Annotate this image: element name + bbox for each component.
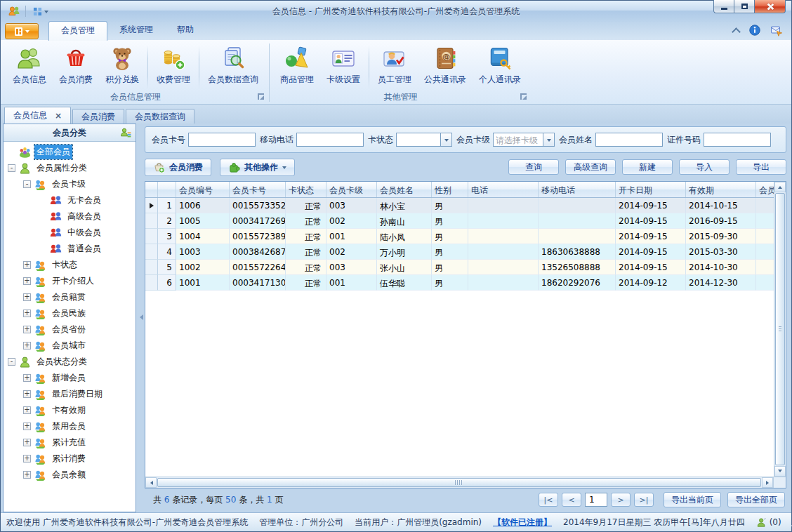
table-row-1[interactable]: 110060015573352正常003林小宝男2014-09-152014-1…: [145, 198, 774, 213]
new-button[interactable]: 新建: [622, 159, 673, 175]
table-row-4[interactable]: 410030003842687正常002万小明男186306388882014-…: [145, 244, 774, 260]
export-all-pages-button[interactable]: 导出全部页: [727, 492, 785, 507]
tree-expander-icon[interactable]: +: [23, 277, 31, 285]
dialog-launcher-icon[interactable]: [520, 93, 527, 100]
tree-expander-icon[interactable]: +: [23, 342, 31, 350]
ribbon-tab-1[interactable]: 系统管理: [107, 21, 165, 40]
vertical-scrollbar[interactable]: [774, 182, 786, 477]
member-consume-button[interactable]: 会员消费: [145, 159, 211, 176]
tree-expander-icon[interactable]: -: [23, 180, 31, 188]
column-header-0[interactable]: 会员编号: [176, 182, 230, 197]
document-tab-0[interactable]: 会员信息×: [4, 107, 71, 124]
horizontal-scroll-thumb[interactable]: [157, 478, 761, 487]
tree-expander-icon[interactable]: +: [23, 293, 31, 301]
dialog-launcher-icon[interactable]: [258, 93, 264, 100]
document-tab-1[interactable]: 会员消费: [72, 109, 124, 124]
tree-item-1[interactable]: -会员属性分类: [4, 160, 136, 176]
column-header-8[interactable]: 开卡日期: [616, 182, 686, 197]
maximize-button[interactable]: [734, 0, 754, 13]
sidebar-splitter[interactable]: [136, 124, 141, 512]
ribbon-button-basket[interactable]: 会员消费: [53, 44, 99, 87]
tree-item-13[interactable]: -会员状态分类: [4, 354, 136, 370]
info-icon[interactable]: [749, 25, 760, 36]
tree-item-19[interactable]: +累计消费: [4, 451, 136, 467]
minimize-button[interactable]: [713, 0, 734, 13]
ribbon-button-public-contacts[interactable]: @公共通讯录: [418, 44, 473, 87]
query-button[interactable]: 查询: [508, 159, 559, 175]
scroll-down-button[interactable]: [774, 466, 786, 477]
tree-item-4[interactable]: 高级会员: [4, 208, 136, 225]
ribbon-button-personal-contacts[interactable]: 个人通讯录: [473, 44, 527, 87]
column-header-2[interactable]: 卡状态: [286, 182, 326, 197]
tree-expander-icon[interactable]: +: [23, 326, 31, 333]
quick-access-layout-button[interactable]: [31, 6, 51, 18]
tree-expander-icon[interactable]: -: [8, 358, 15, 366]
next-page-button[interactable]: >: [611, 493, 631, 507]
tree-item-17[interactable]: +禁用会员: [4, 418, 136, 434]
table-row-2[interactable]: 210050003417269正常002孙南山男2014-09-152016-0…: [145, 213, 774, 229]
column-header-4[interactable]: 会员姓名: [377, 182, 432, 197]
dropdown-button[interactable]: [440, 133, 451, 146]
ribbon-tab-0[interactable]: 会员管理: [48, 21, 107, 41]
tree-item-11[interactable]: +会员省份: [4, 321, 136, 338]
column-header-3[interactable]: 会员卡级: [326, 182, 377, 197]
column-header-7[interactable]: 移动电话: [539, 182, 616, 197]
filter-input-5[interactable]: [704, 133, 771, 147]
scroll-up-button[interactable]: [774, 182, 786, 192]
import-button[interactable]: 导入: [679, 159, 730, 175]
collapse-ribbon-icon[interactable]: [732, 27, 741, 36]
tree-expander-icon[interactable]: +: [23, 406, 31, 414]
ribbon-button-shapes[interactable]: 商品管理: [274, 44, 320, 87]
registered-link[interactable]: 【软件已注册】: [493, 517, 552, 528]
export-current-page-button[interactable]: 导出当前页: [664, 492, 721, 507]
scroll-right-button[interactable]: [762, 477, 773, 488]
other-operations-button[interactable]: 其他操作: [220, 159, 295, 176]
table-row-3[interactable]: 310040015572389正常001陆小凤男2014-09-152015-0…: [145, 229, 774, 244]
last-page-button[interactable]: >|: [634, 493, 654, 507]
ribbon-button-card-level[interactable]: 卡级设置: [320, 44, 367, 87]
tree-item-10[interactable]: +会员民族: [4, 305, 136, 321]
send-mail-icon[interactable]: [770, 24, 783, 36]
tree-item-8[interactable]: +开卡介绍人: [4, 273, 136, 289]
tree-item-16[interactable]: +卡有效期: [4, 402, 136, 418]
app-menu-button[interactable]: [5, 23, 39, 39]
tree-item-7[interactable]: +卡状态: [4, 257, 136, 273]
scroll-left-button[interactable]: [145, 477, 157, 488]
tree-item-15[interactable]: +最后消费日期: [4, 386, 136, 402]
advanced-query-button[interactable]: 高级查询: [565, 159, 616, 175]
filter-input-1[interactable]: [296, 133, 364, 147]
first-page-button[interactable]: |<: [539, 493, 558, 507]
ribbon-button-coins[interactable]: 收费管理: [150, 44, 197, 87]
document-tab-2[interactable]: 会员数据查询: [126, 109, 194, 124]
tree-item-12[interactable]: +会员城市: [4, 338, 136, 354]
dropdown-button[interactable]: [543, 133, 554, 146]
ribbon-button-employee[interactable]: 员工管理: [371, 44, 418, 87]
tree-expander-icon[interactable]: +: [23, 455, 31, 463]
close-button[interactable]: [754, 0, 786, 13]
filter-input-0[interactable]: [188, 133, 256, 147]
tree-item-0[interactable]: 全部会员: [4, 144, 136, 160]
horizontal-scroll-track[interactable]: [157, 477, 762, 488]
tree-item-18[interactable]: +累计充值: [4, 434, 136, 451]
table-row-6[interactable]: 610010003417130正常001伍华聪男186202920762014-…: [145, 275, 774, 291]
tree-expander-icon[interactable]: +: [23, 390, 31, 398]
tree-item-3[interactable]: 无卡会员: [4, 192, 136, 208]
filter-select-2[interactable]: [396, 133, 452, 147]
column-header-1[interactable]: 会员卡号: [230, 182, 286, 197]
column-header-6[interactable]: 电话: [468, 182, 539, 197]
column-header-5[interactable]: 性别: [432, 182, 468, 197]
export-button[interactable]: 导出: [736, 159, 786, 175]
ribbon-button-teddy-bear[interactable]: 积分兑换: [99, 44, 145, 87]
tree-item-2[interactable]: -会员卡级: [4, 176, 136, 192]
filter-select-3[interactable]: 请选择卡级: [493, 133, 555, 147]
filter-input-4[interactable]: [595, 133, 663, 147]
tree-expander-icon[interactable]: +: [23, 261, 31, 269]
column-header-10[interactable]: 会员: [756, 182, 774, 197]
prev-page-button[interactable]: <: [562, 493, 581, 507]
horizontal-scrollbar[interactable]: [145, 477, 786, 488]
ribbon-tab-2[interactable]: 帮助: [165, 21, 206, 40]
vertical-scroll-thumb[interactable]: [775, 193, 785, 465]
tree-expander-icon[interactable]: +: [23, 439, 31, 446]
tree-item-9[interactable]: +会员籍贯: [4, 289, 136, 305]
member-category-settings-icon[interactable]: [120, 127, 131, 138]
